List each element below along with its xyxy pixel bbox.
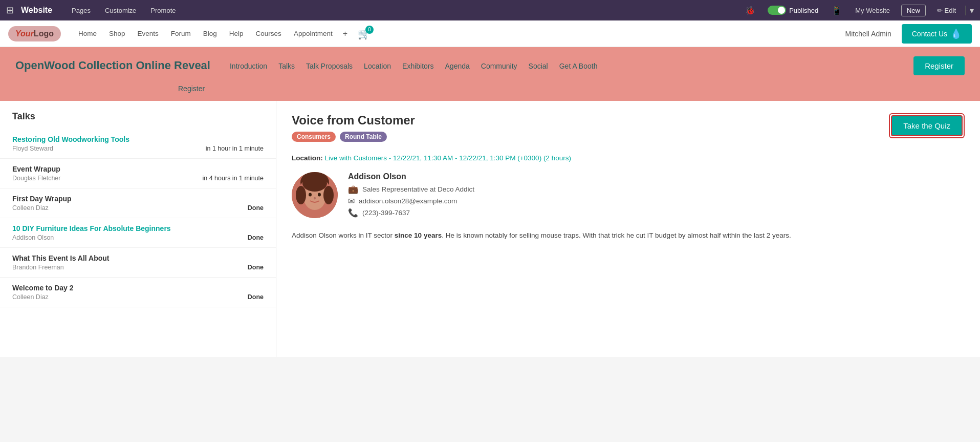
talk-item[interactable]: Welcome to Day 2 Colleen Diaz Done: [0, 278, 276, 307]
event-nav-get-a-booth[interactable]: Get A Booth: [555, 60, 602, 72]
main-content: Talks Restoring Old Woodworking Tools Fl…: [0, 101, 980, 357]
location-row: Location: Live with Customers - 12/22/21…: [292, 154, 965, 162]
svg-point-9: [314, 197, 316, 200]
talk-item[interactable]: Event Wrapup Douglas Fletcher in 4 hours…: [0, 159, 276, 188]
tag-row: Consumers Round Table: [292, 132, 415, 142]
talk-item[interactable]: First Day Wrapup Colleen Diaz Done: [0, 188, 276, 218]
speaker-phone: (223)-399-7637: [362, 209, 410, 217]
published-toggle-wrap: Published: [768, 6, 818, 15]
speaker-card: Addison Olson 💼 Sales Representative at …: [292, 172, 965, 220]
talk-speaker: Douglas Fletcher: [12, 175, 61, 182]
talk-meta: Colleen Diaz Done: [12, 293, 264, 301]
talk-speaker: Colleen Diaz: [12, 293, 49, 301]
site-nav-add[interactable]: +: [340, 29, 351, 38]
bug-icon[interactable]: 🐞: [745, 6, 755, 15]
water-drop-icon: 💧: [950, 28, 962, 39]
event-nav-talk-proposals[interactable]: Talk Proposals: [302, 60, 357, 72]
site-nav-help[interactable]: Help: [224, 30, 249, 37]
location-label: Location:: [292, 154, 323, 162]
speaker-email: addison.olson28@example.com: [359, 197, 457, 205]
talk-time: in 1 hour in 1 minute: [206, 145, 264, 152]
site-nav-appointment[interactable]: Appointment: [289, 30, 338, 37]
admin-name[interactable]: Mitchell Admin: [845, 30, 891, 38]
cart-badge: 0: [365, 26, 374, 34]
speaker-role: Sales Representative at Deco Addict: [362, 185, 474, 193]
talks-sidebar: Talks Restoring Old Woodworking Tools Fl…: [0, 101, 276, 357]
talk-title[interactable]: Restoring Old Woodworking Tools: [12, 135, 264, 143]
event-nav-talks[interactable]: Talks: [274, 60, 299, 72]
new-button[interactable]: New: [901, 5, 926, 16]
my-website-menu[interactable]: My Website: [855, 7, 890, 14]
briefcase-icon: 💼: [348, 184, 358, 194]
talk-status: Done: [248, 234, 264, 241]
talk-meta: Colleen Diaz Done: [12, 204, 264, 212]
event-nav-community[interactable]: Community: [477, 60, 521, 72]
talk-status: Done: [248, 293, 264, 301]
svg-point-8: [318, 193, 321, 197]
speaker-name: Addison Olson: [348, 172, 965, 181]
location-link[interactable]: Live with Customers - 12/22/21, 11:30 AM…: [325, 154, 571, 162]
event-title: OpenWood Collection Online Reveal: [15, 58, 210, 73]
talk-title[interactable]: Welcome to Day 2: [12, 284, 264, 292]
talk-speaker: Floyd Steward: [12, 145, 53, 152]
talk-status: Done: [248, 264, 264, 271]
site-nav-events[interactable]: Events: [133, 30, 164, 37]
talk-item[interactable]: What This Event Is All About Brandon Fre…: [0, 248, 276, 278]
quiz-button-wrapper: Take the Quiz: [889, 113, 965, 138]
mobile-icon[interactable]: 📱: [832, 6, 842, 15]
register-button[interactable]: Register: [913, 56, 965, 75]
speaker-phone-row: 📞 (223)-399-7637: [348, 208, 965, 218]
talk-item[interactable]: 10 DIY Furniture Ideas For Absolute Begi…: [0, 218, 276, 248]
grid-icon[interactable]: ⊞: [6, 5, 14, 16]
talk-meta: Douglas Fletcher in 4 hours in 1 minute: [12, 175, 264, 182]
talk-item[interactable]: Restoring Old Woodworking Tools Floyd St…: [0, 129, 276, 159]
talk-title[interactable]: 10 DIY Furniture Ideas For Absolute Begi…: [12, 224, 264, 233]
talk-title[interactable]: What This Event Is All About: [12, 254, 264, 262]
talk-detail: Voice from Customer Consumers Round Tabl…: [276, 101, 980, 357]
speaker-role-row: 💼 Sales Representative at Deco Addict: [348, 184, 965, 194]
site-nav-courses[interactable]: Courses: [251, 30, 287, 37]
speaker-avatar-image: [292, 172, 338, 218]
take-quiz-button[interactable]: Take the Quiz: [891, 115, 963, 136]
avatar-svg: [292, 172, 338, 218]
event-banner-bottom: Register: [0, 85, 980, 101]
admin-bar-chevron[interactable]: ▾: [965, 6, 974, 15]
talk-title[interactable]: Event Wrapup: [12, 165, 264, 173]
site-nav-shop[interactable]: Shop: [104, 30, 130, 37]
published-toggle[interactable]: [768, 6, 786, 15]
talk-detail-header: Voice from Customer Consumers Round Tabl…: [292, 113, 965, 148]
event-nav-introduction[interactable]: Introduction: [226, 60, 271, 72]
talk-speaker: Colleen Diaz: [12, 204, 49, 212]
site-nav-blog[interactable]: Blog: [198, 30, 222, 37]
event-nav-agenda[interactable]: Agenda: [441, 60, 474, 72]
svg-point-5: [323, 186, 334, 204]
site-nav: YourLogo Home Shop Events Forum Blog Hel…: [0, 20, 980, 47]
contact-us-button[interactable]: Contact Us 💧: [902, 24, 972, 44]
site-logo[interactable]: YourLogo: [8, 26, 61, 41]
event-nav-row2: Register: [174, 85, 209, 93]
admin-bar: ⊞ Website Pages Customize Promote 🐞 Publ…: [0, 0, 980, 20]
speaker-info: Addison Olson 💼 Sales Representative at …: [348, 172, 965, 220]
event-nav-row1: Introduction Talks Talk Proposals Locati…: [226, 60, 898, 72]
admin-nav-pages[interactable]: Pages: [72, 7, 91, 14]
event-nav-exhibitors[interactable]: Exhibitors: [398, 60, 438, 72]
talk-meta: Floyd Steward in 1 hour in 1 minute: [12, 145, 264, 152]
edit-button[interactable]: ✏ Edit: [932, 5, 961, 16]
event-nav-social[interactable]: Social: [525, 60, 552, 72]
cart-icon-wrap[interactable]: 🛒 0: [358, 28, 371, 40]
event-nav-location[interactable]: Location: [360, 60, 395, 72]
admin-nav-customize[interactable]: Customize: [105, 7, 136, 14]
talk-title[interactable]: First Day Wrapup: [12, 195, 264, 203]
site-nav-home[interactable]: Home: [73, 30, 102, 37]
admin-nav-promote[interactable]: Promote: [150, 7, 176, 14]
talk-meta: Brandon Freeman Done: [12, 264, 264, 271]
tag-roundtable: Round Table: [340, 132, 387, 142]
speaker-email-row: ✉ addison.olson28@example.com: [348, 196, 965, 206]
talks-heading: Talks: [0, 111, 276, 129]
event-nav-register[interactable]: Register: [174, 82, 209, 95]
email-icon: ✉: [348, 196, 355, 206]
talk-meta: Addison Olson Done: [12, 234, 264, 241]
site-nav-forum[interactable]: Forum: [166, 30, 196, 37]
talk-status: Done: [248, 204, 264, 212]
event-banner: OpenWood Collection Online Reveal Introd…: [0, 47, 980, 85]
